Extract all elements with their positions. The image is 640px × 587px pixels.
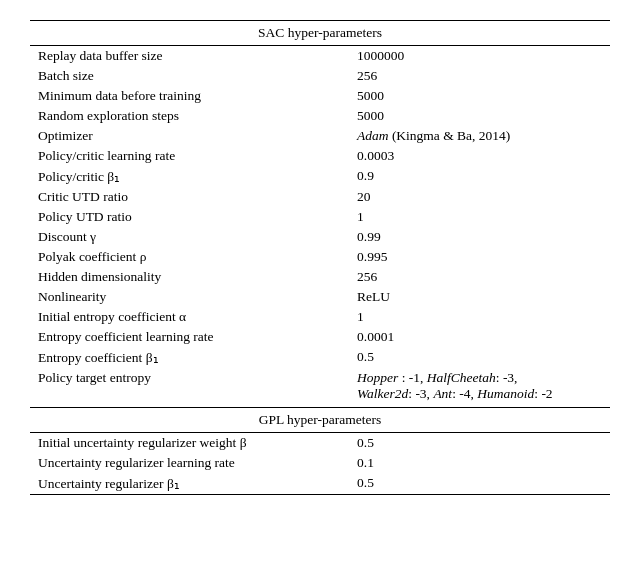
param-name: Policy/critic β₁: [30, 166, 349, 187]
param-value: 0.0003: [349, 146, 610, 166]
table-row: Replay data buffer size1000000: [30, 46, 610, 67]
gpl-header-label: GPL hyper-parameters: [30, 408, 610, 433]
table-row: Uncertainty regularizer learning rate0.1: [30, 453, 610, 473]
param-name: Nonlinearity: [30, 287, 349, 307]
param-name: Policy UTD ratio: [30, 207, 349, 227]
table-row: NonlinearityReLU: [30, 287, 610, 307]
table-row: Batch size256: [30, 66, 610, 86]
table-row: Policy UTD ratio1: [30, 207, 610, 227]
param-value: 5000: [349, 106, 610, 126]
param-value: Hopper : -1, HalfCheetah: -3,Walker2d: -…: [349, 368, 610, 408]
param-value: Adam (Kingma & Ba, 2014): [349, 126, 610, 146]
table-bottom-border: [30, 495, 610, 496]
param-value: 20: [349, 187, 610, 207]
table-row: Uncertainty regularizer β₁0.5: [30, 473, 610, 495]
table-row: Policy/critic learning rate0.0003: [30, 146, 610, 166]
param-name: Entropy coefficient β₁: [30, 347, 349, 368]
table-row: Policy target entropyHopper : -1, HalfCh…: [30, 368, 610, 408]
param-value: 5000: [349, 86, 610, 106]
table-row: Polyak coefficient ρ0.995: [30, 247, 610, 267]
sac-section-header: SAC hyper-parameters: [30, 21, 610, 46]
param-value: 0.5: [349, 473, 610, 495]
param-value: 0.0001: [349, 327, 610, 347]
table-row: Policy/critic β₁0.9: [30, 166, 610, 187]
param-name: Uncertainty regularizer learning rate: [30, 453, 349, 473]
table-row: Critic UTD ratio20: [30, 187, 610, 207]
table-row: Minimum data before training5000: [30, 86, 610, 106]
sac-header-label: SAC hyper-parameters: [30, 21, 610, 46]
table-row: Entropy coefficient learning rate0.0001: [30, 327, 610, 347]
param-name: Random exploration steps: [30, 106, 349, 126]
param-name: Batch size: [30, 66, 349, 86]
param-value: 0.9: [349, 166, 610, 187]
table-row: Entropy coefficient β₁0.5: [30, 347, 610, 368]
param-value: 256: [349, 66, 610, 86]
table-row: Random exploration steps5000: [30, 106, 610, 126]
param-value: 1000000: [349, 46, 610, 67]
table-row: Discount γ0.99: [30, 227, 610, 247]
param-name: Hidden dimensionality: [30, 267, 349, 287]
param-name: Uncertainty regularizer β₁: [30, 473, 349, 495]
param-name: Entropy coefficient learning rate: [30, 327, 349, 347]
param-value: 0.99: [349, 227, 610, 247]
param-name: Minimum data before training: [30, 86, 349, 106]
param-value: 1: [349, 307, 610, 327]
param-name: Discount γ: [30, 227, 349, 247]
param-name: Policy/critic learning rate: [30, 146, 349, 166]
param-name: Optimizer: [30, 126, 349, 146]
table-row: OptimizerAdam (Kingma & Ba, 2014): [30, 126, 610, 146]
param-value: 0.5: [349, 433, 610, 454]
param-name: Replay data buffer size: [30, 46, 349, 67]
param-name: Polyak coefficient ρ: [30, 247, 349, 267]
param-name: Policy target entropy: [30, 368, 349, 408]
table-row: Hidden dimensionality256: [30, 267, 610, 287]
param-value: 0.995: [349, 247, 610, 267]
param-name: Critic UTD ratio: [30, 187, 349, 207]
param-value: 0.1: [349, 453, 610, 473]
param-name: Initial uncertainty regularizer weight β: [30, 433, 349, 454]
table-row: Initial uncertainty regularizer weight β…: [30, 433, 610, 454]
param-value: 0.5: [349, 347, 610, 368]
param-value: 256: [349, 267, 610, 287]
gpl-section-header: GPL hyper-parameters: [30, 408, 610, 433]
table-row: Initial entropy coefficient α1: [30, 307, 610, 327]
param-value: ReLU: [349, 287, 610, 307]
param-name: Initial entropy coefficient α: [30, 307, 349, 327]
param-value: 1: [349, 207, 610, 227]
